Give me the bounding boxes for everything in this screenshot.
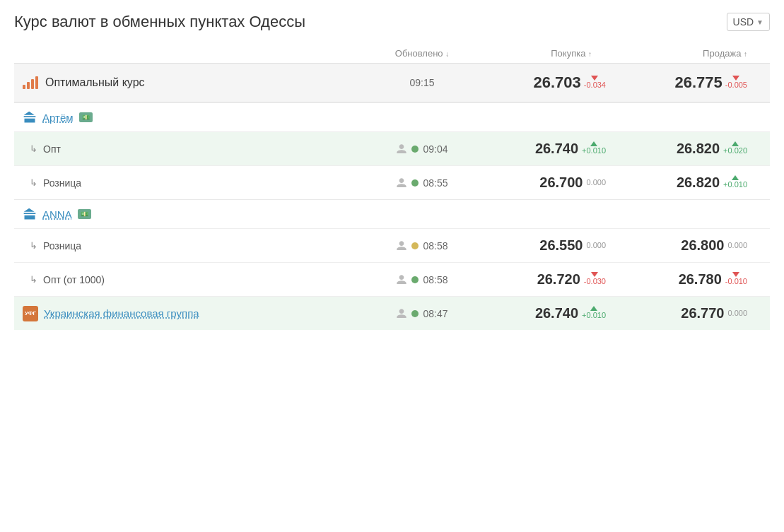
sub-sell-cell: 26.820 +0.020 — [620, 141, 761, 157]
sub-row-label: Розница — [43, 177, 81, 189]
sub-buy-value: 26.700 — [539, 175, 583, 191]
sub-buy-value: 26.740 — [535, 141, 578, 157]
sub-row-0-1: ↳ Розница 08:55 26.700 0.000 26.820 +0.0… — [14, 165, 770, 199]
sub-row-name: ↳ Розница — [23, 177, 365, 189]
optimal-sell-value: 26.775 — [675, 73, 722, 92]
optimal-name-cell: Оптимальный курс — [23, 76, 365, 89]
exchange-name-link[interactable]: ANNA — [42, 208, 72, 220]
buy-change: -0.030 — [584, 272, 606, 286]
arrow-right-icon: ↳ — [30, 143, 37, 154]
sub-sell-value: 26.820 — [677, 141, 720, 157]
status-dot — [411, 276, 419, 283]
sub-row-name: ↳ Опт — [23, 143, 365, 155]
status-dot — [411, 179, 419, 187]
sort-buy-icon: ↑ — [588, 50, 592, 58]
buy-change: +0.010 — [582, 141, 606, 155]
exchange-header-0: Артём 💵 — [14, 102, 770, 131]
sub-row-time: 08:47 — [423, 308, 447, 319]
sub-sell-value: 26.780 — [679, 271, 722, 288]
sort-updated-icon: ↓ — [445, 50, 449, 58]
currency-selector[interactable]: USD ▼ — [727, 13, 770, 31]
status-dot — [411, 242, 419, 249]
cash-icon[interactable]: 💵 — [78, 209, 91, 219]
sub-row-time-cell: 09:04 — [365, 143, 479, 155]
sub-buy-cell: 26.720 -0.030 — [479, 271, 620, 288]
sub-buy-cell: 26.700 0.000 — [479, 175, 620, 191]
sub-sell-cell: 26.820 +0.010 — [620, 175, 761, 191]
sub-row-0-0: ↳ Опт 09:04 26.740 +0.010 26.820 +0.020 — [14, 131, 770, 165]
sub-row-time-cell: 08:58 — [365, 240, 479, 252]
exchange-name-link[interactable]: Артём — [42, 112, 74, 124]
exchanges-container: Артём 💵 ↳ Опт 09:04 26.740 +0.010 — [14, 102, 770, 330]
sell-change: +0.020 — [723, 141, 747, 155]
col-buy-header[interactable]: Покупка ↑ — [479, 48, 620, 59]
person-icon — [396, 143, 407, 155]
sub-row-time-cell: 08:58 — [365, 274, 479, 285]
triangle-up-icon — [590, 141, 597, 146]
col-sell-header[interactable]: Продажа ↑ — [620, 48, 761, 59]
exchange-logo: УФГ — [23, 306, 38, 321]
optimal-sell-cell: 26.775 -0.005 — [620, 73, 761, 92]
sub-row-time: 09:04 — [423, 143, 447, 155]
sub-row-name: ↳ Розница — [23, 240, 365, 252]
page-header: Курс валют в обменных пунктах Одессы USD… — [14, 13, 770, 31]
sub-row-label: Розница — [43, 240, 81, 252]
chevron-down-icon: ▼ — [756, 18, 763, 26]
sub-row-label: Опт — [43, 143, 61, 155]
col-updated-header[interactable]: Обновлено ↓ — [365, 48, 479, 59]
exchange-name-cell: Артём 💵 — [23, 110, 365, 124]
bank-icon — [23, 207, 37, 221]
sell-change: +0.010 — [723, 175, 747, 189]
optimal-time: 09:15 — [365, 77, 479, 88]
bank-icon — [23, 110, 37, 124]
optimal-buy-cell: 26.703 -0.034 — [479, 73, 620, 92]
triangle-down-icon — [591, 272, 598, 277]
triangle-up-icon — [732, 175, 739, 180]
triangle-up-icon — [590, 306, 597, 311]
sub-row-2-0: УФГ Украинская финансовая группа 08:47 2… — [14, 296, 770, 330]
status-dot — [411, 310, 419, 317]
exchange-header-1: ANNA 💵 — [14, 199, 770, 228]
sell-change: 0.000 — [727, 309, 747, 318]
optimal-row: Оптимальный курс 09:15 26.703 -0.034 26.… — [14, 64, 770, 102]
triangle-down-icon — [732, 76, 739, 81]
bar-chart-icon — [23, 76, 38, 89]
sub-row-time: 08:55 — [423, 177, 447, 189]
buy-change: 0.000 — [586, 241, 606, 250]
triangle-down-icon — [591, 76, 598, 81]
sub-row-time-cell: 08:47 — [365, 308, 479, 319]
sub-sell-cell: 26.770 0.000 — [620, 305, 761, 321]
sub-sell-cell: 26.800 0.000 — [620, 237, 761, 254]
sub-buy-cell: 26.550 0.000 — [479, 237, 620, 254]
sub-buy-value: 26.740 — [535, 305, 578, 321]
sell-change: 0.000 — [727, 241, 747, 250]
sub-row-time: 08:58 — [423, 274, 447, 285]
sub-buy-cell: 26.740 +0.010 — [479, 305, 620, 321]
exchange-name-link[interactable]: Украинская финансовая группа — [44, 307, 199, 319]
exchange-name-cell: УФГ Украинская финансовая группа — [23, 306, 365, 321]
currency-label: USD — [733, 16, 754, 28]
optimal-label: Оптимальный курс — [45, 76, 145, 89]
exchange-name-cell: ANNA 💵 — [23, 207, 365, 221]
sub-row-time: 08:58 — [423, 240, 447, 252]
person-icon — [396, 177, 407, 189]
arrow-right-icon: ↳ — [30, 274, 37, 285]
sub-sell-value: 26.770 — [681, 305, 724, 321]
sub-row-1-1: ↳ Опт (от 1000) 08:58 26.720 -0.030 26.7… — [14, 262, 770, 296]
col-name-header — [23, 48, 365, 59]
person-icon — [396, 240, 407, 252]
optimal-buy-change: -0.034 — [584, 76, 606, 90]
buy-change: 0.000 — [586, 178, 606, 187]
triangle-down-icon — [732, 272, 739, 277]
cash-icon[interactable]: 💵 — [79, 112, 93, 122]
status-dot — [411, 146, 419, 153]
buy-change: +0.010 — [582, 306, 606, 320]
person-icon — [396, 308, 407, 319]
sub-sell-value: 26.800 — [681, 237, 724, 254]
page-title: Курс валют в обменных пунктах Одессы — [14, 13, 305, 31]
sub-sell-value: 26.820 — [677, 175, 720, 191]
triangle-up-icon — [732, 141, 739, 146]
person-icon — [396, 274, 407, 285]
sub-buy-value: 26.550 — [539, 237, 583, 254]
sub-sell-cell: 26.780 -0.010 — [620, 271, 761, 288]
